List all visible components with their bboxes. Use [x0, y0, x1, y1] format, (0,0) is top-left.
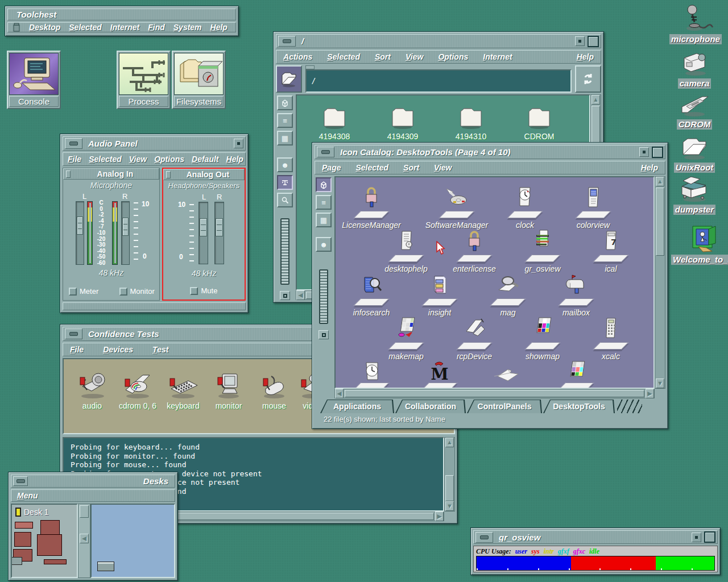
catalog-item-colorview[interactable]: colorview — [558, 185, 628, 230]
catalog-item-rcpdevice[interactable]: rcpDevice — [439, 317, 510, 361]
desks-scroll-column[interactable]: ◀ — [78, 504, 90, 578]
analog-out-panel[interactable]: Analog Out Headphone/Speakers L R 10 0 4… — [162, 168, 246, 301]
desktop-icon-camera[interactable]: camera — [669, 48, 720, 89]
desk1-preview[interactable]: Desk 1 — [11, 504, 78, 578]
scroll-thumb[interactable] — [445, 475, 454, 501]
desktop-icon-microphone[interactable]: microphone — [664, 5, 727, 44]
process-launcher[interactable]: Process — [117, 51, 171, 109]
minimize-button[interactable] — [317, 147, 334, 157]
toolchest-titlebar[interactable]: Toolchest — [7, 9, 236, 20]
menu-find[interactable]: Find — [148, 23, 165, 31]
scroll-left-arrow[interactable]: ◀ — [80, 534, 89, 543]
analog-in-panel[interactable]: Analog In Microphone L R C0-2-4-7-10-20-… — [63, 168, 160, 301]
file-manager-titlebar[interactable]: / — [276, 34, 601, 48]
pan-thumbwheel[interactable] — [280, 218, 289, 285]
grid-view-button[interactable]: ▦ — [316, 213, 332, 227]
desktop-icon-welcome[interactable]: Welcome_to_SGI — [671, 218, 728, 265]
3d-view-button[interactable] — [277, 95, 293, 110]
window-menu-button[interactable] — [234, 139, 243, 148]
maximize-button[interactable] — [652, 147, 663, 158]
window-menu-button[interactable] — [639, 147, 649, 157]
menu-selected[interactable]: Selected — [89, 155, 122, 163]
desks-titlebar[interactable]: Desks — [11, 475, 175, 488]
input-slider-left[interactable] — [76, 201, 84, 265]
menu-selected[interactable]: Selected — [327, 53, 360, 61]
console-launcher[interactable]: Console — [7, 51, 61, 109]
menu-desktop[interactable]: Desktop — [29, 23, 60, 31]
scroll-thumb[interactable] — [656, 188, 664, 256]
pan-thumbwheel[interactable] — [319, 269, 328, 324]
input-slider-right[interactable] — [121, 201, 130, 265]
search-view-button[interactable] — [277, 193, 293, 207]
output-slider-right[interactable] — [214, 202, 224, 264]
menu-system[interactable]: System — [173, 23, 202, 31]
meter-checkbox[interactable] — [69, 288, 77, 296]
menu-file[interactable]: File — [68, 155, 81, 163]
folder-item[interactable]: 4194309 — [374, 105, 431, 141]
menu-selected[interactable]: Selected — [355, 164, 388, 172]
maximize-button[interactable] — [588, 36, 599, 47]
menu-menu[interactable]: Menu — [17, 492, 38, 500]
minimize-button[interactable] — [13, 476, 28, 486]
device-cdrom[interactable]: cdrom 0, 6 — [114, 369, 162, 410]
menu-selected[interactable]: Selected — [69, 23, 102, 31]
path-field[interactable]: / — [305, 69, 572, 93]
catalog-icon-view[interactable]: LicenseManager SoftwareManager clock col… — [334, 176, 655, 389]
minimize-button[interactable] — [278, 36, 296, 47]
folder-item[interactable]: 4194310 — [442, 105, 499, 141]
minimize-button[interactable] — [475, 532, 493, 543]
menu-options[interactable]: Options — [438, 53, 468, 61]
menu-options[interactable]: Options — [154, 155, 184, 163]
menu-help[interactable]: Help — [226, 155, 243, 163]
catalog-item-insight[interactable]: insight — [404, 273, 475, 317]
scroll-thumb[interactable] — [80, 505, 89, 518]
menu-view[interactable]: View — [406, 53, 423, 61]
3d-view-button[interactable] — [316, 177, 332, 192]
menu-help[interactable]: Help — [210, 23, 228, 31]
horizontal-scrollbar[interactable]: ◀▶ — [334, 389, 655, 398]
scroll-left-arrow[interactable]: ◀ — [335, 389, 344, 398]
panel-lozenge[interactable] — [66, 171, 71, 178]
menu-actions[interactable]: Actions — [283, 53, 312, 61]
catalog-item-desktophelp[interactable]: desktophelp — [371, 229, 441, 273]
folder-item[interactable]: CDROM — [511, 105, 568, 141]
grid-view-button[interactable]: ▦ — [277, 131, 293, 146]
people-view-button[interactable]: ☻ — [316, 237, 332, 252]
window-menu-button[interactable] — [575, 36, 585, 46]
catalog-item-ical[interactable]: 7 ical — [576, 229, 646, 273]
desktop-icon-unixroot[interactable]: UnixRoot — [669, 133, 720, 173]
catalog-item-mag[interactable]: mag — [473, 273, 543, 317]
minimize-button[interactable] — [65, 329, 82, 339]
scroll-down-arrow[interactable]: ▼ — [445, 501, 454, 511]
tab-applications[interactable]: Applications — [320, 400, 394, 413]
scroll-thumb[interactable] — [345, 390, 644, 397]
output-slider-left[interactable] — [198, 202, 208, 264]
window-menu-button[interactable] — [692, 533, 701, 542]
menu-devices[interactable]: Devices — [103, 346, 133, 354]
catalog-item-clipped-clock[interactable] — [336, 360, 407, 389]
current-folder-button[interactable] — [276, 65, 302, 93]
audio-panel-titlebar[interactable]: Audio Panel — [63, 136, 246, 151]
menu-help[interactable]: Help — [577, 53, 594, 61]
scroll-right-arrow[interactable]: ▶ — [435, 512, 444, 521]
menu-sort[interactable]: Sort — [403, 164, 419, 172]
mute-checkbox[interactable] — [190, 287, 198, 295]
catalog-item-makemap[interactable]: makemap — [371, 317, 441, 361]
maximize-button[interactable] — [704, 531, 715, 543]
home-view-button[interactable] — [280, 291, 290, 300]
catalog-item-xcalc[interactable]: xcalc — [576, 317, 646, 361]
desktop-icon-cdrom[interactable]: CDROM — [669, 92, 720, 130]
gr-osview-titlebar[interactable]: gr_osview — [473, 530, 718, 544]
device-keyboard[interactable]: keyboard — [159, 369, 207, 410]
catalog-item-showmap[interactable]: showmap — [507, 317, 578, 361]
minimize-button[interactable] — [65, 138, 82, 149]
list-view-button[interactable]: ≡ — [277, 113, 293, 128]
panel-lozenge[interactable] — [166, 171, 171, 178]
tab-controlpanels[interactable]: ControlPanels — [467, 400, 542, 413]
menu-default[interactable]: Default — [192, 155, 218, 163]
desk2-preview[interactable] — [90, 504, 175, 578]
monitor-checkbox[interactable] — [119, 288, 127, 296]
desktop-icon-dumpster[interactable]: dumpster — [668, 173, 721, 215]
catalog-item-clock[interactable]: clock — [490, 185, 560, 230]
menu-view[interactable]: View — [434, 164, 452, 172]
